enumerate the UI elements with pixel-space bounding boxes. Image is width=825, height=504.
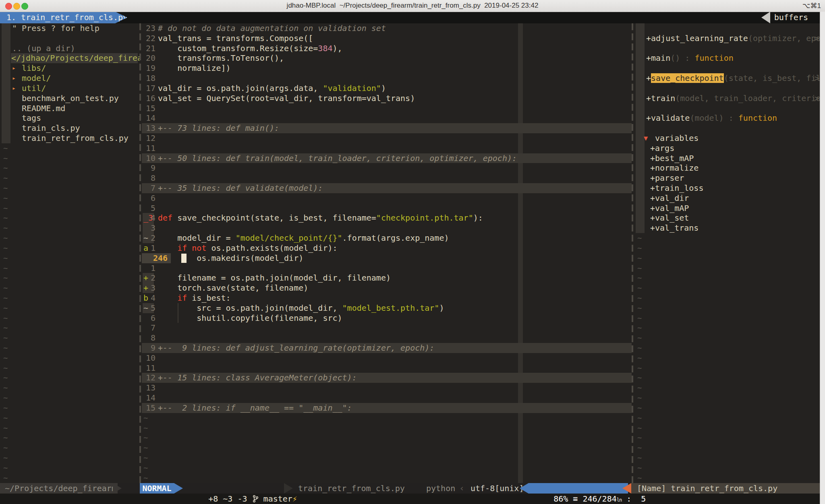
code-line[interactable]: 8	[142, 173, 632, 183]
nerdtree-row-file[interactable]: train_retr_from_cls.py	[0, 133, 139, 143]
tagbar-row-fn[interactable]: +adjust_learning_rate(optimizer, epo>	[634, 33, 820, 43]
code-token: custom_transform.Resize(size=	[158, 43, 318, 53]
nerdtree-row-dir[interactable]: ▸util/	[0, 83, 139, 93]
lines-glyph-icon: ≡	[573, 494, 578, 504]
code-text: normalize])	[158, 63, 231, 73]
code-line[interactable]: 15	[142, 103, 632, 114]
tagbar-row-var[interactable]: +val_mAP	[634, 203, 820, 213]
code-fold-line[interactable]: 12+-- 15 lines: class AverageMeter(objec…	[142, 373, 632, 383]
code-line[interactable]: 246 os.makedirs(model_dir)	[142, 253, 632, 263]
code-token: ),	[332, 43, 342, 53]
code-line[interactable]: 17val_dir = os.path.join(args.data, "val…	[142, 83, 632, 93]
ln-glyph-icon: ln	[617, 497, 622, 503]
nerdtree-row-up[interactable]: .. (up a dir)	[0, 43, 139, 54]
macos-menubar: jdhao-MBP.local ~/Projects/deep_firearm/…	[0, 0, 825, 12]
line-number: 7	[142, 183, 155, 193]
code-text: def save_checkpoint(state, is_best, file…	[158, 213, 483, 223]
tagbar-row-var[interactable]: +best_mAP	[634, 153, 820, 163]
nerdtree-row-dir[interactable]: ▸libs/	[0, 63, 139, 73]
code-line[interactable]: 1a if not os.path.exists(model_dir):	[142, 243, 632, 253]
code-line[interactable]: + 2 filename = os.path.join(model_dir, f…	[142, 273, 632, 283]
nerdtree-row-dir[interactable]: ▸model/	[0, 73, 139, 83]
tagbar-row-var[interactable]: +normalize	[634, 163, 820, 173]
nerdtree-empty-row: ~	[0, 343, 139, 353]
tagbar-row-var[interactable]: +val_trans	[634, 223, 820, 233]
code-line[interactable]: 11	[142, 143, 632, 153]
tab-train-retr-from-cls[interactable]: 1. train_retr_from_cls.py	[0, 12, 127, 23]
nerdtree-row-file[interactable]: benchmark_on_test.py	[0, 93, 139, 103]
code-line[interactable]: 4b if is_best:	[142, 293, 632, 303]
empty-line-tilde: ~	[0, 323, 8, 332]
code-line[interactable]: 21 custom_transform.Resize(size=384),	[142, 43, 632, 54]
nerdtree-row-file[interactable]: train_cls.py	[0, 123, 139, 133]
code-line[interactable]: 16val_set = QuerySet(root=val_dir, trans…	[142, 93, 632, 103]
code-line[interactable]: 19 normalize])	[142, 63, 632, 73]
tagbar-row-var[interactable]: +train_loss	[634, 183, 820, 193]
code-text: shutil.copyfile(filename, src)	[158, 313, 342, 323]
tagbar-empty-row: ~	[634, 253, 820, 263]
code-empty-row: ~	[142, 443, 632, 453]
line-number: 16	[142, 93, 155, 103]
code-line[interactable]: 20 transforms.ToTensor(),	[142, 53, 632, 63]
code-line[interactable]: 6	[142, 193, 632, 203]
code-line[interactable]: 13	[142, 383, 632, 393]
code-line[interactable]: 10	[142, 353, 632, 363]
nerdtree-row-file[interactable]: README.md	[0, 103, 139, 114]
code-line[interactable]: 6 shutil.copyfile(filename, src)	[142, 313, 632, 323]
code-line[interactable]: 14	[142, 113, 632, 123]
code-line[interactable]: _3 4def save_checkpoint(state, is_best, …	[142, 213, 632, 223]
code-token: os.path.exists(model_dir):	[206, 243, 337, 253]
code-line[interactable]: 8	[142, 333, 632, 343]
tagbar-row-fn[interactable]: +validate(model) : function	[634, 113, 820, 123]
window-separator-right[interactable]	[632, 23, 633, 483]
code-line[interactable]: 7	[142, 323, 632, 333]
code-line[interactable]: 5	[142, 203, 632, 213]
code-empty-row: ~	[142, 453, 632, 463]
tagbar-row-fn[interactable]: +save_checkpoint(state, is_best, fil>	[634, 73, 820, 83]
nerdtree-empty-row: ~	[0, 143, 139, 153]
code-line[interactable]: 14	[142, 393, 632, 403]
tagbar-row-fn[interactable]: +main() : function	[634, 53, 820, 63]
tag-variable-name: +train_loss	[650, 183, 703, 193]
nerdtree-row-root[interactable]: </jdhao/Projects/deep_firear>	[0, 53, 139, 63]
code-fold-line[interactable]: 13+-- 73 lines: def main():	[142, 123, 632, 133]
terminal-scrollbar[interactable]	[820, 12, 825, 504]
nerdtree-row-file[interactable]: tags	[0, 113, 139, 123]
tagbar-row-var[interactable]: +val_set	[634, 213, 820, 223]
code-line[interactable]: 11	[142, 363, 632, 373]
code-line[interactable]: ~ 5 src = os.path.join(model_dir, "model…	[142, 303, 632, 313]
code-line[interactable]: 3	[142, 223, 632, 233]
tagbar-row-var[interactable]: +args	[634, 143, 820, 153]
nerdtree-up-dir: .. (up a dir)	[0, 43, 75, 53]
code-window[interactable]: 23# do not do data augmentation on valid…	[142, 23, 632, 483]
tag-kind: function	[738, 113, 777, 123]
window-separator-left[interactable]	[139, 23, 141, 483]
code-line[interactable]: 18	[142, 73, 632, 83]
code-fold-line[interactable]: 10+-- 50 lines: def train(model, train_l…	[142, 153, 632, 163]
code-line[interactable]: 1	[142, 263, 632, 273]
nerdtree-empty-row: ~	[0, 433, 139, 443]
nerdtree-empty-row: ~	[0, 453, 139, 463]
code-line[interactable]: 23# do not do data augmentation on valid…	[142, 23, 632, 33]
line-number: 10	[142, 153, 155, 163]
code-fold-line[interactable]: 9+-- 9 lines: def adjust_learning_rate(o…	[142, 343, 632, 353]
code-fold-line[interactable]: 15+-- 2 lines: if __name__ == "__main__"…	[142, 403, 632, 413]
code-line[interactable]: 22val_trans = transforms.Compose([	[142, 33, 632, 43]
code-fold-line[interactable]: 7+-- 35 lines: def validate(model):	[142, 183, 632, 193]
tagbar-empty-row: ~	[634, 443, 820, 453]
tagbar-row-fn[interactable]: +train(model, train_loader, criterio>	[634, 93, 820, 103]
code-line[interactable]: + 3 torch.save(state, filename)	[142, 283, 632, 293]
empty-line-tilde: ~	[634, 403, 642, 412]
code-line[interactable]: 9	[142, 163, 632, 173]
code-line[interactable]: ~ 2 model_dir = "model/check_point/{}".f…	[142, 233, 632, 243]
code-token: 384	[318, 43, 332, 53]
nerdtree-empty-row: ~	[0, 373, 139, 383]
tagbar-row-var[interactable]: +val_dir	[634, 193, 820, 203]
statusline-git-segment: +8 ~3 -3 master⚡	[189, 483, 297, 494]
tagbar-empty-row: ~	[634, 383, 820, 393]
tagbar-row-section[interactable]: ▼variables	[634, 133, 820, 143]
code-text: if is_best:	[158, 293, 231, 303]
tagbar-row-var[interactable]: +parser	[634, 173, 820, 183]
code-line[interactable]: 12	[142, 133, 632, 143]
nerdtree-row-help[interactable]: " Press ? for help	[0, 23, 139, 33]
